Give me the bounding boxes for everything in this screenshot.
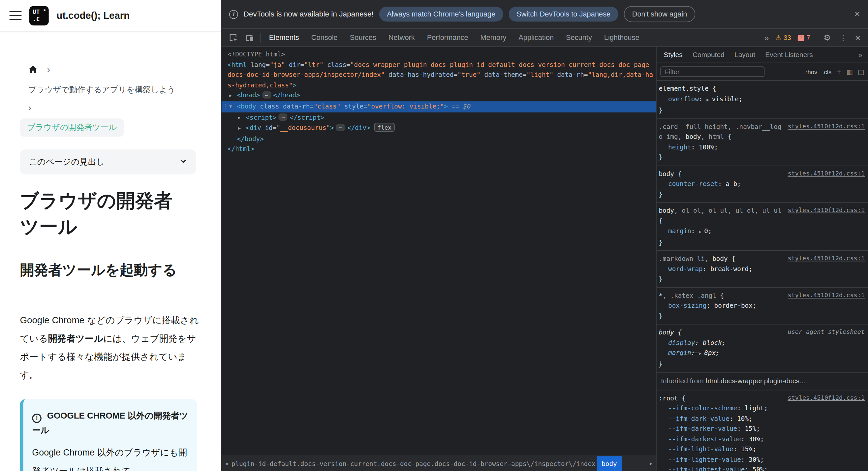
styles-sidebar: Styles Computed Layout Event Listeners »… <box>656 47 868 471</box>
tab-event-listeners[interactable]: Event Listeners <box>760 51 818 58</box>
tab-performance[interactable]: Performance <box>421 29 474 46</box>
breadcrumb-html-classes[interactable]: plugin-id-default.docs-version-current.d… <box>231 460 596 468</box>
css-rule-margin[interactable]: styles.4510f12d.css:1 body, ol ol, ol ul… <box>657 202 868 251</box>
css-rule-user-agent[interactable]: user agent stylesheet body { display: bl… <box>657 324 868 373</box>
stylesheet-link[interactable]: styles.4510f12d.css:1 <box>787 121 864 132</box>
devtools-infobar: i DevTools is now available in Japanese!… <box>221 0 868 29</box>
dom-node-script[interactable]: ▶<script>⋯</script> <box>221 112 656 123</box>
tab-lighthouse[interactable]: Lighthouse <box>598 29 645 46</box>
css-declaration[interactable]: --ifm-dark-value: 10%; <box>659 413 864 423</box>
new-style-rule-button[interactable]: + <box>836 67 842 76</box>
devtools-close-icon[interactable]: ✕ <box>851 34 865 42</box>
crumb-scroll-right-icon[interactable]: ▶ <box>646 461 656 466</box>
breadcrumb-link[interactable]: ブラウザで動作するアプリを構築しよう <box>28 85 202 95</box>
stylesheet-link[interactable]: styles.4510f12d.css:1 <box>787 393 864 403</box>
dom-node-body-close[interactable]: </body> <box>221 134 656 144</box>
tab-console[interactable]: Console <box>305 29 344 46</box>
tab-computed[interactable]: Computed <box>688 51 730 58</box>
paragraph: Google Chrome などのブラウザに搭載されている開発者ツールには、ウェ… <box>20 311 204 384</box>
section-heading: 開発者ツールを起動する <box>20 260 202 280</box>
issues-indicator[interactable]: ! 7 <box>795 34 814 41</box>
tab-elements[interactable]: Elements <box>263 29 305 46</box>
more-sidebar-tabs-icon[interactable]: » <box>855 51 866 59</box>
styles-tabbar: Styles Computed Layout Event Listeners » <box>657 47 868 63</box>
css-declaration[interactable]: word-wrap: break-word; <box>659 264 864 274</box>
css-rule-counter-reset[interactable]: styles.4510f12d.css:1 body { counter-res… <box>657 166 868 203</box>
elements-panel: <!DOCTYPE html> <html lang="ja" dir="ltr… <box>221 47 656 471</box>
admonition-body: Google Chrome 以外のブラウザにも開発者ツールは搭載されて <box>32 444 188 471</box>
css-declaration[interactable]: height: 100%; <box>659 142 864 152</box>
split-panel-icon[interactable]: ◫ <box>858 68 864 75</box>
dom-node-docusaurus-div[interactable]: ▶<div id="__docusaurus">⋯</div>flex <box>221 123 656 134</box>
info-icon: i <box>229 9 238 19</box>
dom-node-html-close[interactable]: </html> <box>221 144 656 154</box>
tab-memory[interactable]: Memory <box>474 29 513 46</box>
css-declaration[interactable]: box-sizing: border-box; <box>659 301 864 311</box>
paragraph-bold: 開発者ツール <box>48 333 103 343</box>
stylesheet-link[interactable]: styles.4510f12d.css:1 <box>787 206 864 216</box>
css-rule-element-style[interactable]: element.style { overflow: ▶ visible; } <box>657 81 868 119</box>
css-closing-brace: } <box>659 237 864 247</box>
chevron-down-icon <box>179 157 187 167</box>
css-declaration[interactable]: --ifm-lightest-value: 50%; <box>659 464 864 471</box>
css-declaration[interactable]: --ifm-darker-value: 15%; <box>659 423 864 434</box>
dont-show-again-button[interactable]: Don't show again <box>624 6 695 22</box>
kebab-menu-icon[interactable]: ⋮ <box>835 33 851 42</box>
tab-security[interactable]: Security <box>560 29 598 46</box>
css-closing-brace: } <box>659 311 864 321</box>
tab-sources[interactable]: Sources <box>344 29 382 46</box>
tab-network[interactable]: Network <box>382 29 421 46</box>
device-toolbar-icon[interactable] <box>241 33 258 42</box>
css-rule-box-sizing[interactable]: styles.4510f12d.css:1 *, .katex .angl { … <box>657 288 868 324</box>
site-panel: UT .C ut.code(); Learn › ブラウザで動作するアプリを構築… <box>0 0 221 471</box>
styles-rules: element.style { overflow: ▶ visible; } s… <box>657 81 868 471</box>
infobar-message: DevTools is now available in Japanese! <box>244 10 374 18</box>
home-icon[interactable] <box>28 65 38 73</box>
tab-styles[interactable]: Styles <box>659 51 687 58</box>
dom-node-doctype[interactable]: <!DOCTYPE html> <box>221 49 656 59</box>
dom-node-head[interactable]: ▶<head>⋯</head> <box>221 90 656 101</box>
toc-collapsible[interactable]: このページの見出し <box>20 149 196 175</box>
always-match-language-button[interactable]: Always match Chrome's language <box>379 7 503 22</box>
user-agent-stylesheet-label: user agent stylesheet <box>787 327 864 338</box>
styles-filter-input[interactable] <box>660 66 765 77</box>
element-classes-button[interactable]: .cls <box>822 68 831 75</box>
css-declaration[interactable]: display: block; <box>659 338 864 348</box>
dom-node-body-selected[interactable]: ⋮▼<body class data-rh="class" style="ove… <box>221 101 656 112</box>
tab-layout[interactable]: Layout <box>730 51 760 58</box>
css-rule-word-wrap[interactable]: styles.4510f12d.css:1 .markdown li, body… <box>657 251 868 288</box>
inherited-from-label: Inherited from <box>661 377 704 385</box>
css-declaration[interactable]: --ifm-lighter-value: 30%; <box>659 454 864 464</box>
stylesheet-link[interactable]: styles.4510f12d.css:1 <box>787 168 864 179</box>
grid-icon[interactable]: ▦ <box>846 68 853 75</box>
more-tabs-icon[interactable]: » <box>761 33 772 42</box>
site-title: ut.code(); Learn <box>56 9 130 21</box>
css-declaration[interactable]: margin: ▶ 0; <box>659 226 864 237</box>
toggle-element-state-button[interactable]: :hov <box>806 68 817 75</box>
switch-devtools-japanese-button[interactable]: Switch DevTools to Japanese <box>509 7 618 22</box>
crumb-scroll-left-icon[interactable]: ◀ <box>221 461 231 466</box>
infobar-close-icon[interactable]: ✕ <box>854 10 860 18</box>
breadcrumb-current: ブラウザの開発者ツール <box>20 118 124 136</box>
toolbar-divider <box>260 33 261 42</box>
tab-application[interactable]: Application <box>513 29 560 46</box>
css-declaration[interactable]: overflow: ▶ visible; <box>659 94 864 105</box>
css-declaration-overridden[interactable]: margin: ▶ 8px; <box>659 348 864 359</box>
inherited-element-link[interactable]: html.docs-wrapper.plugin-docs.… <box>706 377 808 385</box>
stylesheet-link[interactable]: styles.4510f12d.css:1 <box>787 254 864 264</box>
dom-node-html[interactable]: <html lang="ja" dir="ltr" class="docs-wr… <box>221 60 656 91</box>
css-declaration[interactable]: --ifm-color-scheme: light; <box>659 403 864 413</box>
settings-gear-icon[interactable]: ⚙ <box>819 33 835 42</box>
site-logo[interactable]: UT .C <box>29 6 49 25</box>
warnings-indicator[interactable]: ⚠ 33 <box>772 34 794 41</box>
css-declaration[interactable]: counter-reset: a b; <box>659 179 864 189</box>
css-rule-root-variables[interactable]: styles.4510f12d.css:1 :root { --ifm-colo… <box>657 390 868 471</box>
breadcrumb-body-selected[interactable]: body <box>597 456 622 471</box>
hamburger-menu-icon[interactable] <box>9 11 22 20</box>
inspect-element-icon[interactable] <box>225 33 241 42</box>
css-declaration[interactable]: --ifm-light-value: 15%; <box>659 444 864 454</box>
admonition-info: !GOOGLE CHROME 以外の開発者ツール Google Chrome 以… <box>20 399 197 471</box>
css-declaration[interactable]: --ifm-darkest-value: 30%; <box>659 434 864 444</box>
css-rule-height[interactable]: styles.4510f12d.css:1 .card--full-height… <box>657 119 868 166</box>
stylesheet-link[interactable]: styles.4510f12d.css:1 <box>787 290 864 301</box>
